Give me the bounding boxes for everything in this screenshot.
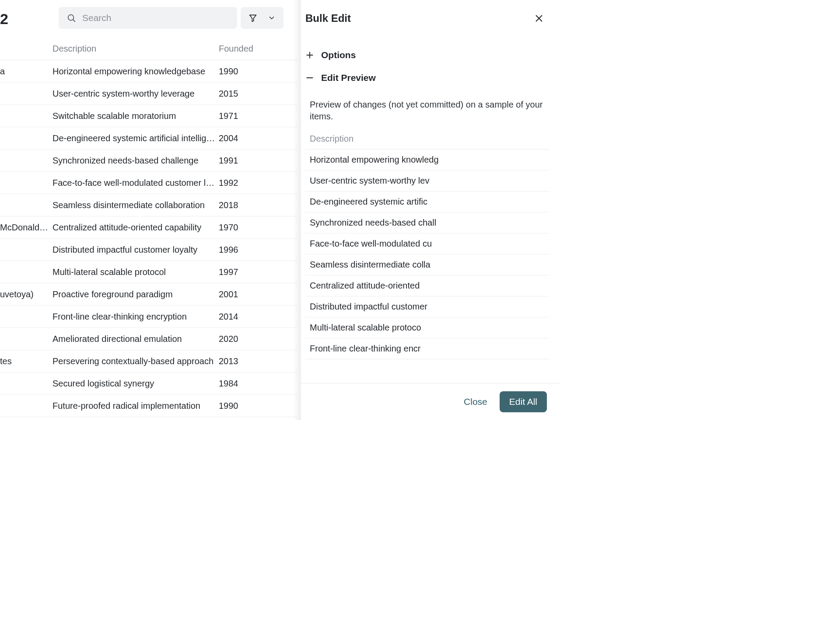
table-row[interactable]: De-engineered systemic artificial intell… xyxy=(0,127,298,150)
preview-row: Horizontal empowering knowledg xyxy=(305,150,550,171)
filter-group[interactable] xyxy=(241,7,284,29)
cell-description: Ameliorated directional emulation xyxy=(52,334,219,344)
cell-name: McDonald… xyxy=(0,223,52,233)
table-row[interactable]: Future-proofed radical implementation199… xyxy=(0,395,298,417)
cell-founded: 1991 xyxy=(219,156,271,166)
bulk-edit-panel: Bulk Edit Options xyxy=(301,0,560,420)
preview-row: Distributed impactful customer xyxy=(305,296,550,317)
cell-founded: 1971 xyxy=(219,111,271,121)
cell-founded: 1992 xyxy=(219,178,271,188)
table-row[interactable]: Ameliorated directional emulation2020 xyxy=(0,328,298,350)
table-row[interactable]: Synchronized needs-based challenge1991 xyxy=(0,150,298,172)
column-header-founded[interactable]: Founded xyxy=(219,44,271,54)
cell-description: Secured logistical synergy xyxy=(52,379,219,389)
cell-description: Horizontal empowering knowledgebase xyxy=(52,66,219,77)
table-row[interactable]: Switchable scalable moratorium1971 xyxy=(0,105,298,127)
cell-founded: 2018 xyxy=(219,200,271,210)
panel-body: Options Edit Preview Preview of changes … xyxy=(301,35,560,383)
cell-founded: 1997 xyxy=(219,267,271,277)
options-label: Options xyxy=(321,50,356,60)
preview-row: Centralized attitude-oriented xyxy=(305,275,550,296)
table-row[interactable]: Multi-lateral scalable protocol1997 xyxy=(0,261,298,283)
preview-row: Synchronized needs-based chall xyxy=(305,212,550,233)
chevron-down-icon xyxy=(268,14,276,22)
main-content: 2 Descript xyxy=(0,0,298,420)
cell-description: Front-line clear-thinking encryption xyxy=(52,312,219,322)
svg-point-0 xyxy=(68,15,74,21)
page-title: 2 xyxy=(0,10,8,28)
cell-founded: 1990 xyxy=(219,66,271,77)
panel-shadow xyxy=(293,0,302,420)
cell-founded: 2001 xyxy=(219,289,271,299)
cell-description: Multi-lateral scalable protocol xyxy=(52,267,219,277)
cell-founded: 2015 xyxy=(219,89,271,99)
preview-row: User-centric system-worthy lev xyxy=(305,171,550,191)
minus-icon xyxy=(305,73,314,82)
cell-founded: 1990 xyxy=(219,401,271,411)
cell-founded: 1996 xyxy=(219,245,271,255)
panel-title: Bulk Edit xyxy=(305,12,351,24)
table-header: Description Founded xyxy=(0,40,298,60)
search-icon xyxy=(66,13,76,23)
edit-preview-section-toggle[interactable]: Edit Preview xyxy=(305,66,550,89)
table-row[interactable]: Face-to-face well-modulated customer loy… xyxy=(0,172,298,194)
table-row[interactable]: Distributed impactful customer loyalty19… xyxy=(0,239,298,261)
preview-row: Seamless disintermediate colla xyxy=(305,254,550,275)
cell-description: De-engineered systemic artificial intell… xyxy=(52,133,219,143)
cell-founded: 2020 xyxy=(219,334,271,344)
filter-icon xyxy=(248,14,257,22)
cell-description: Switchable scalable moratorium xyxy=(52,111,219,121)
svg-marker-2 xyxy=(250,15,256,21)
panel-header: Bulk Edit xyxy=(301,0,560,35)
cell-founded: 2014 xyxy=(219,312,271,322)
close-icon xyxy=(534,14,544,23)
table-row[interactable]: User-centric system-worthy leverage2015 xyxy=(0,83,298,105)
table-row[interactable]: aHorizontal empowering knowledgebase1990 xyxy=(0,60,298,83)
cell-name: uvetoya) xyxy=(0,289,52,299)
cell-founded: 2013 xyxy=(219,356,271,366)
preview-hint: Preview of changes (not yet committed) o… xyxy=(310,99,550,122)
cell-description: Synchronized needs-based challenge xyxy=(52,156,219,166)
table-row[interactable]: uvetoya)Proactive foreground paradigm200… xyxy=(0,283,298,306)
toolbar xyxy=(59,7,284,29)
cell-description: Distributed impactful customer loyalty xyxy=(52,245,219,255)
edit-preview-label: Edit Preview xyxy=(321,73,376,83)
data-table: Description Founded aHorizontal empoweri… xyxy=(0,40,298,417)
cell-description: Face-to-face well-modulated customer loy… xyxy=(52,178,219,188)
cell-description: Persevering contextually-based approach xyxy=(52,356,219,366)
cell-description: User-centric system-worthy leverage xyxy=(52,89,219,99)
cell-description: Seamless disintermediate collaboration xyxy=(52,200,219,210)
search-input[interactable] xyxy=(82,13,229,23)
table-row[interactable]: tesPersevering contextually-based approa… xyxy=(0,350,298,372)
table-row[interactable]: McDonald…Centralized attitude-oriented c… xyxy=(0,216,298,239)
cell-founded: 1970 xyxy=(219,223,271,233)
preview-row: Multi-lateral scalable protoco xyxy=(305,317,550,338)
cell-founded: 2004 xyxy=(219,133,271,143)
preview-row: De-engineered systemic artific xyxy=(305,191,550,212)
close-button[interactable] xyxy=(531,10,547,26)
close-footer-button[interactable]: Close xyxy=(464,397,487,407)
svg-line-1 xyxy=(73,20,75,21)
table-row[interactable]: Secured logistical synergy1984 xyxy=(0,372,298,395)
options-section-toggle[interactable]: Options xyxy=(305,44,550,66)
preview-row: Face-to-face well-modulated cu xyxy=(305,233,550,254)
cell-description: Centralized attitude-oriented capability xyxy=(52,223,219,233)
preview-column-header: Description xyxy=(305,134,550,150)
preview-row: Front-line clear-thinking encr xyxy=(305,338,550,359)
search-box[interactable] xyxy=(59,7,237,29)
edit-all-button[interactable]: Edit All xyxy=(500,391,547,412)
panel-footer: Close Edit All xyxy=(301,383,560,420)
cell-name: a xyxy=(0,66,52,77)
cell-description: Future-proofed radical implementation xyxy=(52,401,219,411)
cell-founded: 1984 xyxy=(219,379,271,389)
cell-description: Proactive foreground paradigm xyxy=(52,289,219,299)
column-header-description[interactable]: Description xyxy=(0,44,219,54)
cell-name: tes xyxy=(0,356,52,366)
table-row[interactable]: Seamless disintermediate collaboration20… xyxy=(0,194,298,216)
plus-icon xyxy=(305,51,314,59)
table-row[interactable]: Front-line clear-thinking encryption2014 xyxy=(0,306,298,328)
